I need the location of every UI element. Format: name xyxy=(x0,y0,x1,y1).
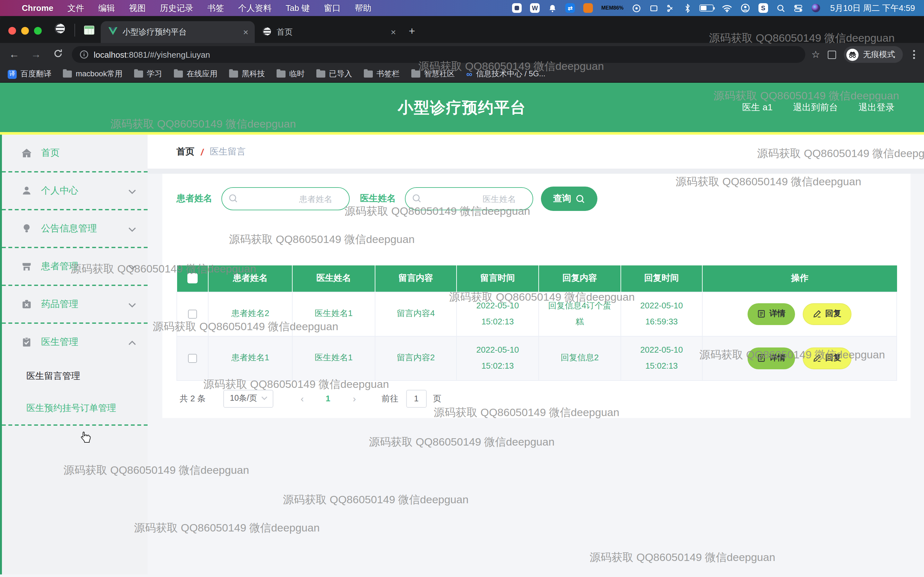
zoom-window-button[interactable] xyxy=(34,27,42,35)
scissors-icon[interactable] xyxy=(667,3,676,13)
memory-monitor[interactable]: MEM86% xyxy=(601,3,624,13)
bookmark-folder-study[interactable]: 学习 xyxy=(134,69,162,79)
current-page[interactable]: 1 xyxy=(326,394,330,403)
user-account-icon[interactable] xyxy=(740,3,750,13)
doctor-name-input-wrap xyxy=(405,187,533,210)
url-bar[interactable]: localhost:8081/#/yishengLiuyan xyxy=(72,46,805,63)
bookmark-folder-online-apps[interactable]: 在线应用 xyxy=(174,69,217,79)
sidebar-subitem-doctor-orders[interactable]: 医生预约挂号订单管理 xyxy=(2,392,148,424)
menubar-item-bookmarks[interactable]: 书签 xyxy=(207,2,224,14)
detail-button[interactable]: 详情 xyxy=(748,303,795,325)
mouse-cursor xyxy=(80,431,91,446)
sidebar-item-patients[interactable]: 患者管理 xyxy=(2,248,148,285)
pinned-tab-sheet-icon[interactable] xyxy=(84,25,94,34)
menubar-item-window[interactable]: 窗口 xyxy=(324,2,341,14)
sidebar-label: 公告信息管理 xyxy=(41,222,128,235)
breadcrumb-home[interactable]: 首页 xyxy=(176,146,194,157)
w-app-icon[interactable]: W xyxy=(530,3,540,13)
bookmark-folder-macbook[interactable]: macbook常用 xyxy=(63,69,122,79)
detail-button[interactable]: 详情 xyxy=(748,347,795,369)
teamviewer-icon[interactable]: ⇄ xyxy=(565,3,575,13)
document-icon xyxy=(757,354,766,362)
menubar-item-help[interactable]: 帮助 xyxy=(355,2,371,14)
sidebar-item-medicines[interactable]: 药品管理 xyxy=(2,286,148,322)
next-page-button[interactable]: › xyxy=(352,393,356,404)
chevron-down-icon xyxy=(128,298,136,310)
col-reply-content: 回复内容 xyxy=(539,266,621,292)
tab-close-icon[interactable]: × xyxy=(391,27,396,37)
forward-button[interactable]: → xyxy=(28,49,44,60)
menubar-item-file[interactable]: 文件 xyxy=(67,2,84,14)
sidebar-item-doctors[interactable]: 医生管理 xyxy=(2,324,148,360)
control-center-icon[interactable] xyxy=(794,3,803,13)
minimize-window-button[interactable] xyxy=(21,27,29,35)
bookmarks-bar: 译百度翻译 macbook常用 学习 在线应用 黑科技 临时 已导入 书签栏 智… xyxy=(0,66,924,83)
side-panel-icon[interactable] xyxy=(828,50,836,59)
macos-menubar: Chrome 文件 编辑 视图 历史记录 书签 个人资料 Tab 键 窗口 帮助… xyxy=(0,0,924,16)
sidebar-item-personal-center[interactable]: 个人中心 xyxy=(2,172,148,209)
page-size-select[interactable]: 10条/页 xyxy=(224,390,274,408)
siri-icon[interactable] xyxy=(811,3,821,13)
keystroke-icon[interactable] xyxy=(632,3,641,13)
record-icon[interactable] xyxy=(512,3,522,13)
orange-app-icon[interactable] xyxy=(583,3,593,13)
prev-page-button[interactable]: ‹ xyxy=(300,393,304,404)
menubar-item-tab[interactable]: Tab 键 xyxy=(286,2,310,14)
tab-active[interactable]: 小型诊疗预约平台 × xyxy=(101,21,255,43)
menubar-item-view[interactable]: 视图 xyxy=(129,2,145,14)
wifi-icon[interactable] xyxy=(722,3,732,13)
exit-to-front-link[interactable]: 退出到前台 xyxy=(793,102,838,113)
cell-reply-content: 回复信息2 xyxy=(539,336,621,380)
folder-icon xyxy=(63,71,72,77)
capture-icon[interactable] xyxy=(649,3,658,13)
bookmark-folder-temp[interactable]: 临时 xyxy=(276,69,304,79)
cell-message-time: 2022-05-10 15:02:13 xyxy=(457,292,539,336)
sidebar-subitem-doctor-messages[interactable]: 医生留言管理 xyxy=(2,360,148,392)
new-tab-button[interactable]: + xyxy=(409,25,415,38)
menubar-item-chrome[interactable]: Chrome xyxy=(22,3,53,13)
url-host: localhost xyxy=(94,50,127,59)
bookmark-it-center[interactable]: ∞信息技术中心 / 5G... xyxy=(466,69,545,79)
tab-title: 首页 xyxy=(276,27,386,37)
doctor-name-input[interactable] xyxy=(405,187,533,210)
goto-page-input[interactable] xyxy=(406,390,426,408)
logout-link[interactable]: 退出登录 xyxy=(859,102,895,113)
bookmark-baidu-translate[interactable]: 译百度翻译 xyxy=(8,69,51,79)
sidebar-item-home[interactable]: 首页 xyxy=(2,135,148,171)
reply-button[interactable]: 回复 xyxy=(803,303,851,325)
select-all-checkbox[interactable] xyxy=(187,274,198,284)
bookmark-folder-bookmarks[interactable]: 书签栏 xyxy=(363,69,399,79)
sidebar-item-announcements[interactable]: 公告信息管理 xyxy=(2,210,148,247)
translate-icon: 译 xyxy=(8,69,17,79)
bookmark-folder-community[interactable]: 智慧社区 xyxy=(411,69,455,79)
bell-icon[interactable] xyxy=(548,3,557,13)
pinned-tab-globe-icon[interactable] xyxy=(55,23,65,37)
screen: Chrome 文件 编辑 视图 历史记录 书签 个人资料 Tab 键 窗口 帮助… xyxy=(0,0,924,577)
row-checkbox[interactable] xyxy=(188,309,197,318)
menubar-item-history[interactable]: 历史记录 xyxy=(160,2,193,14)
row-checkbox[interactable] xyxy=(188,354,197,363)
tab-inactive[interactable]: 首页 × xyxy=(255,21,402,43)
bookmark-folder-tech[interactable]: 黑科技 xyxy=(229,69,265,79)
tab-close-icon[interactable]: × xyxy=(243,27,248,37)
header-links: 医生 a1 退出到前台 退出登录 xyxy=(742,102,924,113)
spotlight-icon[interactable] xyxy=(776,3,785,13)
medicine-box-icon xyxy=(21,299,32,309)
chrome-menu-icon[interactable] xyxy=(911,50,918,59)
bluetooth-icon[interactable] xyxy=(684,3,691,13)
bookmark-folder-imported[interactable]: 已导入 xyxy=(316,69,352,79)
menubar-item-edit[interactable]: 编辑 xyxy=(98,2,115,14)
sogou-icon[interactable]: S xyxy=(758,3,768,13)
patient-name-input[interactable] xyxy=(221,187,350,210)
back-button[interactable]: ← xyxy=(6,49,22,60)
reply-button[interactable]: 回复 xyxy=(803,347,851,369)
menubar-item-profile[interactable]: 个人资料 xyxy=(238,2,271,14)
close-window-button[interactable] xyxy=(8,27,16,35)
reload-button[interactable] xyxy=(50,48,65,61)
total-count: 共 2 条 xyxy=(180,393,206,404)
query-button[interactable]: 查询 xyxy=(541,187,598,211)
menubar-clock[interactable]: 5月10日 周二 下午4:59 xyxy=(830,2,915,14)
battery-icon[interactable] xyxy=(699,5,714,11)
cell-message-time: 2022-05-10 15:02:13 xyxy=(457,336,539,380)
bookmark-star-icon[interactable]: ☆ xyxy=(811,49,820,60)
